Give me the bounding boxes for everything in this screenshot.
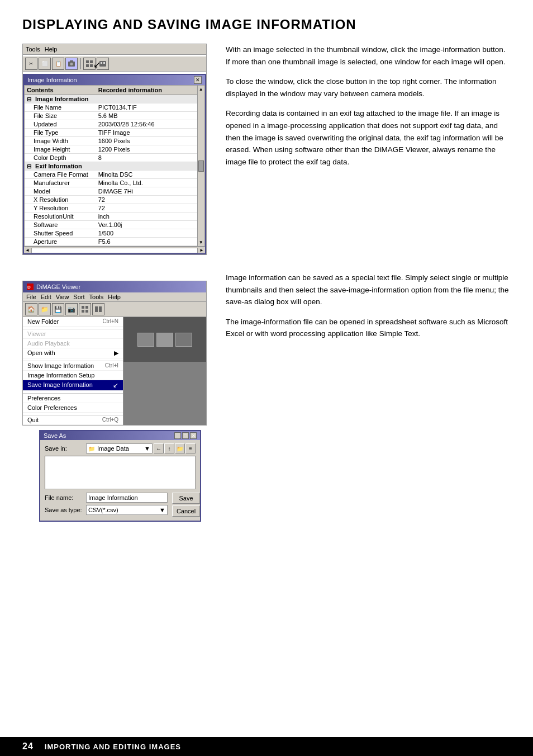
dimage-toolbar: 🏠 📁 💾 📷 — [23, 302, 206, 317]
filename-save-area: File name: Save as type: CSV(*.csv) ▼ — [45, 493, 196, 517]
file-menu-panel: New FolderCtrl+N Viewer Audio Playback O… — [23, 317, 123, 425]
menu-quit[interactable]: QuitCtrl+Q — [23, 415, 123, 425]
copy-icon[interactable]: ⬜ — [39, 58, 51, 70]
dialog-minimize[interactable]: _ — [174, 432, 181, 439]
table-row: ApertureF5.6 — [25, 238, 197, 246]
thumb3[interactable] — [175, 333, 192, 347]
view-menu[interactable]: View — [56, 294, 69, 300]
collapse-icon[interactable]: ⊟ — [27, 96, 31, 102]
table-row: Updated2003/03/28 12:56:46 — [25, 120, 197, 129]
sort-menu[interactable]: Sort — [73, 294, 84, 300]
scroll-left-arrow[interactable]: ◄ — [24, 247, 31, 254]
table-row: Image Height1200 Pixels — [25, 145, 197, 154]
table-row: Camera File FormatMinolta DSC — [25, 171, 197, 179]
toolbar-area: Tools Help — [23, 44, 206, 55]
collapse-exif-icon[interactable]: ⊟ — [27, 163, 31, 169]
camera-icon[interactable]: 📷 — [65, 303, 78, 315]
table-row: X Resolution72 — [25, 196, 197, 204]
paste-icon[interactable]: 📋 — [52, 58, 64, 70]
h-scrollbar[interactable]: ◄ ► — [24, 247, 205, 253]
scroll-up-arrow[interactable]: ▲ — [198, 86, 204, 93]
scroll-down-arrow[interactable]: ▼ — [198, 239, 204, 246]
menu-save-image-info[interactable]: Save Image Information ↙ — [23, 380, 123, 391]
view-btn[interactable]: ≡ — [185, 443, 196, 453]
svg-rect-16 — [95, 306, 98, 312]
exif-section-label: Exif Information — [35, 163, 82, 169]
bottom-bar: 24 IMPORTING AND EDITING IMAGES — [0, 737, 533, 756]
table-row: File Size5.6 MB — [25, 112, 197, 120]
second-desc-1: Image information can be saved as a spec… — [226, 272, 511, 308]
menu-viewer: Viewer — [23, 329, 123, 339]
dialog-close[interactable]: ✕ — [190, 432, 197, 439]
second-right-column: Image information can be saved as a spec… — [226, 272, 511, 522]
file-listing-area — [45, 456, 196, 489]
nav-buttons: ← ↑ 📁 ≡ — [154, 443, 196, 453]
file-name-input[interactable] — [86, 493, 168, 503]
dialog-action-buttons: Save Cancel — [172, 493, 200, 517]
dimage-viewer-window: D DiMAGE Viewer File Edit View Sort Tool… — [22, 281, 207, 426]
filename-group: File name: Save as type: CSV(*.csv) ▼ — [45, 493, 168, 517]
save-in-dropdown[interactable]: 📁 Image Data ▼ — [86, 443, 153, 453]
second-left-column: D DiMAGE Viewer File Edit View Sort Tool… — [22, 272, 212, 522]
save-as-dialog: Save As _ □ ✕ Save in: 📁 Imag — [39, 430, 201, 522]
save-button[interactable]: Save — [172, 493, 200, 504]
svg-point-1 — [70, 63, 73, 65]
svg-rect-4 — [90, 60, 93, 63]
menu-new-folder[interactable]: New FolderCtrl+N — [23, 317, 123, 327]
save-in-label: Save in: — [45, 445, 84, 452]
thumb2[interactable] — [156, 333, 173, 347]
page: DISPLAYING AND SAVING IMAGE INFORMATION … — [0, 0, 533, 756]
menu-preferences[interactable]: Preferences — [23, 394, 123, 403]
svg-rect-5 — [86, 64, 89, 67]
table-row: Y Resolution72 — [25, 204, 197, 212]
layout2-svg — [95, 306, 102, 313]
svg-rect-8 — [101, 62, 102, 64]
section-label: Image Information — [35, 96, 88, 102]
tools-menu-dimage[interactable]: Tools — [89, 294, 104, 300]
home-icon[interactable]: 🏠 — [25, 303, 37, 315]
tools-menu[interactable]: Tools — [26, 46, 40, 53]
info-window-title-label: Image Information — [27, 77, 77, 83]
info-window: Image Information ✕ Contents Recorded in… — [23, 74, 206, 254]
close-button[interactable]: ✕ — [194, 76, 202, 84]
svg-rect-17 — [99, 306, 102, 312]
dialog-maximize[interactable]: □ — [182, 432, 189, 439]
help-menu[interactable]: Help — [45, 46, 58, 53]
dialog-body: Save in: 📁 Image Data ▼ ← ↑ 📁 — [40, 440, 200, 521]
edit-menu[interactable]: Edit — [41, 294, 51, 300]
dimage-logo-icon: D — [26, 283, 34, 291]
drive-icon[interactable]: 💾 — [52, 303, 64, 315]
scrollbar[interactable]: ▲ ▼ — [197, 86, 204, 246]
info-icon[interactable] — [65, 58, 78, 70]
table-container: Contents Recorded information ⊟ Image In… — [24, 85, 205, 247]
toolbar-icons: ✂ ⬜ 📋 — [23, 56, 206, 72]
table-row: File TypeTIFF Image — [25, 129, 197, 137]
file-menu[interactable]: File — [26, 294, 36, 300]
col2-header: Recorded information — [96, 86, 197, 95]
save-type-dropdown[interactable]: CSV(*.csv) ▼ — [86, 505, 168, 515]
menu-show-image-info[interactable]: Show Image InformationCtrl+I — [23, 361, 123, 371]
first-content-area: Tools Help ✂ ⬜ 📋 — [22, 44, 511, 255]
layout2-icon[interactable] — [92, 303, 104, 315]
scroll-right-arrow[interactable]: ► — [198, 247, 205, 254]
help-menu-dimage[interactable]: Help — [108, 294, 121, 300]
folder-icon[interactable]: 📁 — [39, 303, 51, 315]
svg-rect-9 — [103, 62, 105, 64]
grid-svg — [85, 60, 93, 68]
menu-color-preferences[interactable]: Color Preferences — [23, 403, 123, 413]
cut-icon[interactable]: ✂ — [25, 58, 37, 70]
section-exif-info: ⊟ Exif Information — [25, 162, 197, 171]
layout1-icon[interactable] — [79, 303, 91, 315]
table-row: SoftwareVer.1.00j — [25, 221, 197, 229]
scroll-thumb[interactable] — [198, 160, 204, 172]
thumb1[interactable] — [137, 333, 154, 347]
menu-open-with[interactable]: Open with▶ — [23, 348, 123, 358]
save-type-label: Save as type: — [45, 507, 84, 513]
nav-up-btn[interactable]: ↑ — [164, 443, 174, 453]
menu-audio-playback: Audio Playback — [23, 339, 123, 348]
table-row: File NamePICT0134.TIF — [25, 103, 197, 112]
menu-image-info-setup[interactable]: Image Information Setup — [23, 371, 123, 380]
cancel-button[interactable]: Cancel — [172, 505, 200, 517]
new-folder-btn[interactable]: 📁 — [175, 443, 185, 453]
nav-back-btn[interactable]: ← — [154, 443, 164, 453]
